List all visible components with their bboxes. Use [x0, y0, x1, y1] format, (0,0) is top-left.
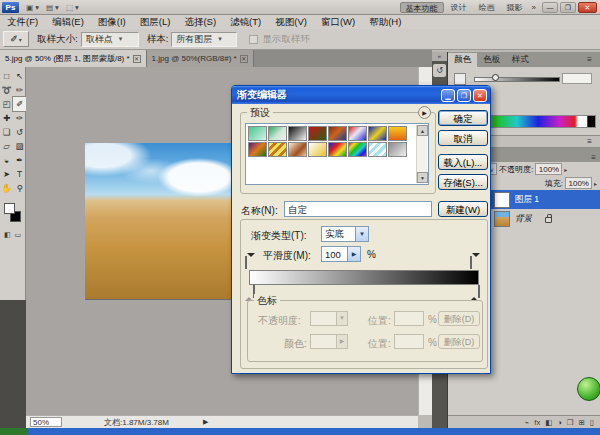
tool-button[interactable]: ▨ [13, 139, 26, 153]
close-button[interactable]: ✕ [578, 2, 597, 13]
workspace-button[interactable]: 摄影 [502, 2, 528, 13]
sample-size-dropdown[interactable]: 取样点 ▾ [81, 32, 139, 47]
layer-action-icon[interactable]: ◧ [545, 418, 552, 427]
tool-button[interactable]: ✋ [0, 181, 13, 195]
restore-button[interactable]: ❐ [560, 2, 576, 13]
workspace-button[interactable]: 基本功能 [400, 2, 444, 13]
new-button[interactable]: 新建(W) [438, 201, 488, 217]
overlay-app-badge[interactable] [577, 377, 600, 401]
menu-item[interactable]: 窗口(W) [314, 16, 362, 29]
gradient-preset[interactable] [328, 126, 347, 141]
save-button[interactable]: 存储(S)... [438, 174, 488, 190]
ok-button[interactable]: 确定 [438, 110, 488, 126]
workspace-overflow-icon[interactable]: » [532, 3, 536, 12]
tool-button[interactable]: ⚲ [13, 181, 26, 195]
gradient-preview-bar[interactable] [249, 270, 479, 285]
close-tab-icon[interactable]: ✕ [240, 55, 248, 63]
quick-mask-icon[interactable]: ◧ [4, 231, 11, 239]
menu-item[interactable]: 编辑(E) [45, 16, 91, 29]
tool-button[interactable]: ✑ [13, 111, 26, 125]
zoom-level-field[interactable]: 50% [30, 417, 62, 427]
tool-button[interactable]: ↖ [13, 69, 26, 83]
screen-mode-icon[interactable]: ⬚ ▾ [66, 3, 79, 12]
gradient-preset[interactable] [248, 142, 267, 157]
gradient-name-field[interactable]: 自定 [284, 201, 432, 217]
load-button[interactable]: 载入(L)... [438, 154, 488, 170]
preset-scrollbar[interactable]: ▲ ▼ [416, 125, 427, 183]
gradient-type-select[interactable]: 实底 ▼ [321, 226, 369, 242]
layer-thumbnail[interactable] [494, 192, 510, 208]
color-value-field[interactable] [562, 73, 592, 84]
layer-action-icon[interactable]: ⊞ [579, 418, 585, 427]
start-button-sliver[interactable] [0, 428, 28, 435]
tool-button[interactable]: ✚ [0, 111, 13, 125]
close-tab-icon[interactable]: ✕ [133, 55, 141, 63]
cancel-button[interactable]: 取消 [438, 130, 488, 146]
tool-button[interactable]: ❏ [0, 125, 13, 139]
tool-button[interactable]: ▱ [0, 139, 13, 153]
tool-button[interactable]: T [13, 167, 26, 181]
preset-picker-menu-icon[interactable]: ▶ [418, 106, 431, 119]
menu-item[interactable]: 视图(V) [268, 16, 314, 29]
canvas-image[interactable] [85, 143, 232, 300]
scroll-up-icon[interactable]: ▲ [417, 125, 428, 136]
color-stop-right[interactable] [470, 286, 479, 297]
layer-action-icon[interactable]: ◑ [557, 418, 562, 427]
opacity-slider-arrow-icon[interactable]: ▸ [564, 166, 567, 173]
tool-button[interactable]: ✏ [13, 83, 26, 97]
collapse-panels-icon[interactable]: « [432, 52, 447, 61]
layer-action-icon[interactable]: ⌁ [525, 418, 530, 427]
menu-item[interactable]: 帮助(H) [362, 16, 408, 29]
menu-item[interactable]: 滤镜(T) [223, 16, 268, 29]
panel-tab[interactable]: 样式 [506, 53, 535, 67]
tool-button[interactable]: ➤ [0, 167, 13, 181]
smoothness-field[interactable]: 100 ▶ [321, 246, 361, 262]
gradient-preset[interactable] [288, 142, 307, 157]
gradient-preset[interactable] [328, 142, 347, 157]
gradient-preset[interactable] [248, 126, 267, 141]
slider-thumb[interactable] [492, 74, 499, 81]
gradient-preset[interactable] [368, 126, 387, 141]
minimize-button[interactable]: — [542, 2, 558, 13]
view-extras-icon[interactable]: ▣ ▾ [26, 3, 39, 12]
tool-button[interactable]: ✒ [13, 153, 26, 167]
status-menu-arrow-icon[interactable]: ▶ [203, 418, 208, 426]
gradient-preset[interactable] [388, 126, 407, 141]
gradient-preset[interactable] [348, 126, 367, 141]
gradient-preset[interactable] [388, 142, 407, 157]
panel-tab[interactable]: 颜色 [448, 53, 477, 67]
panel-menu-icon[interactable]: ≡ [587, 55, 592, 64]
dialog-minimize-icon[interactable]: ▁ [441, 89, 455, 102]
tool-button[interactable]: ◰ [0, 97, 13, 111]
opacity-stop-right[interactable] [470, 257, 479, 268]
layer-action-icon[interactable]: fx [534, 418, 540, 427]
menu-item[interactable]: 图像(I) [91, 16, 133, 29]
color-stop-left[interactable] [245, 286, 254, 297]
panel-menu-icon[interactable]: ≡ [591, 153, 596, 162]
gradient-preset[interactable] [308, 142, 327, 157]
gradient-preset[interactable] [268, 142, 287, 157]
menu-item[interactable]: 文件(F) [0, 16, 45, 29]
dialog-restore-icon[interactable]: ❐ [457, 89, 471, 102]
fill-field[interactable]: 100% [565, 177, 592, 189]
history-panel-icon[interactable]: ↺ [433, 64, 446, 77]
color-panel-swatch[interactable] [454, 73, 466, 85]
screen-mode-icon[interactable]: ▭ [15, 231, 22, 239]
menu-item[interactable]: 图层(L) [133, 16, 178, 29]
current-tool-button[interactable]: ✐ ▾ [3, 31, 29, 47]
gradient-preset[interactable] [308, 126, 327, 141]
arrange-documents-icon[interactable]: ▤ ▾ [46, 3, 59, 12]
scroll-down-icon[interactable]: ▼ [417, 172, 428, 183]
layer-action-icon[interactable]: ▯ [590, 418, 594, 427]
tool-button[interactable]: ↺ [13, 125, 26, 139]
opacity-stop-left[interactable] [245, 257, 254, 268]
opacity-field[interactable]: 100% [535, 163, 562, 175]
document-tab[interactable]: 1.jpg @ 50%(RGB/8#) * ✕ [147, 50, 254, 67]
layer-thumbnail[interactable] [494, 211, 510, 227]
show-sampling-ring-checkbox[interactable] [249, 35, 258, 44]
panel-tab[interactable]: 色板 [477, 53, 506, 67]
menu-item[interactable]: 选择(S) [177, 16, 223, 29]
grayscale-slider[interactable] [474, 77, 560, 82]
tool-button[interactable]: ✐ [13, 97, 26, 111]
document-tab[interactable]: 5.jpg @ 50% (图层 1, 图层蒙版/8) * ✕ [0, 50, 147, 67]
